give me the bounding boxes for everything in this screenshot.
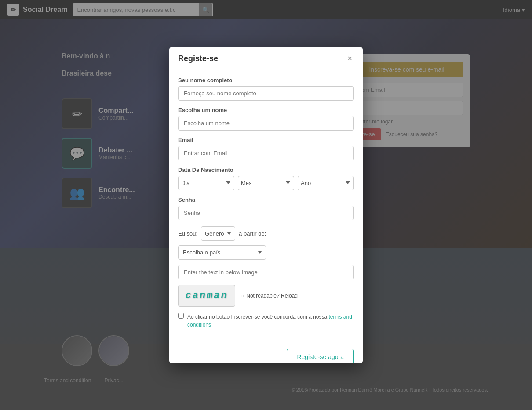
- gender-label: Eu sou:: [178, 230, 197, 237]
- dob-group: Data De Nascimento Dia Mes Ano: [178, 167, 354, 190]
- from-label: a partir de:: [239, 230, 266, 237]
- email-group: Email: [178, 137, 354, 160]
- password-group: Senha: [178, 196, 354, 220]
- dob-label: Data De Nascimento: [178, 167, 354, 173]
- modal-footer: Registe-se agora: [169, 344, 363, 363]
- full-name-input[interactable]: [178, 86, 354, 101]
- email-input[interactable]: [178, 146, 354, 160]
- modal-title: Registe-se: [178, 54, 218, 63]
- dob-day-select[interactable]: Dia: [178, 176, 234, 190]
- terms-checkbox[interactable]: [178, 313, 184, 319]
- modal-close-button[interactable]: ×: [346, 54, 354, 63]
- full-name-label: Seu nome completo: [178, 77, 354, 83]
- captcha-text-input[interactable]: [178, 265, 354, 279]
- username-input[interactable]: [178, 116, 354, 131]
- dob-month-select[interactable]: Mes: [238, 176, 294, 190]
- email-label: Email: [178, 137, 354, 143]
- register-now-button[interactable]: Registe-se agora: [287, 349, 354, 363]
- username-label: Escolha um nome: [178, 107, 354, 113]
- terms-row: Ao clicar no botão Inscrever-se você con…: [178, 313, 354, 329]
- modal-container: Registe-se × Seu nome completo Escolha u…: [0, 0, 532, 410]
- dob-year-select[interactable]: Ano: [298, 176, 354, 190]
- gender-row: Eu sou: Gênero a partir de:: [178, 226, 354, 241]
- country-select[interactable]: Escolha o país: [178, 245, 266, 260]
- reload-label: Not readable? Reload: [246, 293, 298, 299]
- gender-select[interactable]: Gênero: [201, 226, 235, 241]
- modal-header: Registe-se ×: [169, 47, 363, 69]
- register-modal: Registe-se × Seu nome completo Escolha u…: [169, 47, 363, 363]
- terms-text: Ao clicar no botão Inscrever-se você con…: [187, 313, 354, 329]
- captcha-area: canman ○ Not readable? Reload: [178, 285, 354, 307]
- modal-body: Seu nome completo Escolha um nome Email …: [169, 69, 363, 344]
- radio-icon: ○: [240, 293, 244, 299]
- password-input[interactable]: [178, 206, 354, 220]
- full-name-group: Seu nome completo: [178, 77, 354, 101]
- password-label: Senha: [178, 196, 354, 203]
- captcha-image: canman: [178, 285, 235, 307]
- dob-row: Dia Mes Ano: [178, 176, 354, 190]
- username-group: Escolha um nome: [178, 107, 354, 131]
- reload-captcha[interactable]: ○ Not readable? Reload: [240, 293, 298, 299]
- captcha-display: canman: [185, 290, 228, 301]
